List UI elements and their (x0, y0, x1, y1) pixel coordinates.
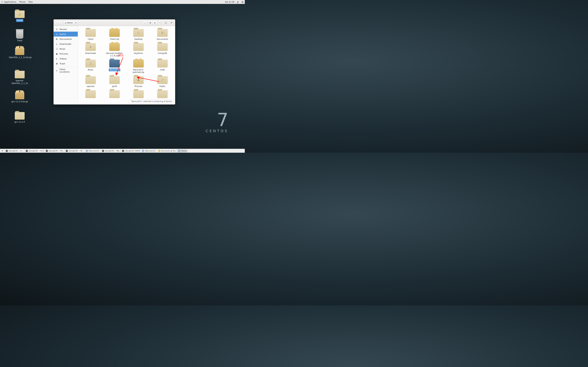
file-item-openssl[interactable]: openssl (79, 75, 102, 89)
desktop-icon-openssl-openssl-1-1-1s[interactable]: openssl-OpenSSL_1_1_1s (8, 71, 31, 85)
desktop-icon-label: Home (16, 19, 23, 22)
sidebar-icon: ◉ (56, 53, 58, 55)
file-item-ide-eval-resetter-2-1-6-zip[interactable]: ide-eval-resetter-2.1.6.zip (103, 42, 126, 58)
status-bar: "Navicat15" selected (containing 8 items… (129, 100, 174, 103)
file-grid[interactable]: ClientClient.zipDesktopDocumentsDownload… (78, 26, 175, 104)
svg-point-1 (2, 2, 2, 2)
task-label: [dev@192:~/Na... (105, 150, 120, 152)
task-label: [dev@192:~/Se... (49, 150, 64, 152)
desktop-icon-openssl-1-1-1s-tar-gz[interactable]: OpenSSL_1_1_1s.tar.gz (8, 48, 31, 59)
home-icon: ⌂ (65, 22, 66, 24)
file-label: Music (87, 68, 94, 71)
taskbar-task[interactable]: >[dev@192:~/W... (65, 149, 84, 152)
taskbar-task[interactable]: >[dev@192:~/Na... (101, 149, 120, 152)
sidebar-icon: ▸ (56, 58, 58, 60)
taskbar-task[interactable]: ▦[Navicat15] (85, 149, 100, 152)
grid-view-button[interactable]: ⊞ (148, 21, 152, 25)
file-item-navicat15-patched-zip[interactable]: Navicat15-patched.zip (127, 59, 150, 75)
menu-files[interactable]: Files (28, 1, 33, 3)
file-item-keystone[interactable]: keystone (127, 42, 150, 58)
file-label: Client.zip (109, 38, 120, 41)
taskbar-task[interactable]: >[dev@192:~/m... (5, 149, 24, 152)
nav-group: ‹ › (55, 21, 62, 25)
file-item-client-zip[interactable]: Client.zip (103, 28, 126, 42)
titlebar[interactable]: ‹ › ⌂ Home ▾ ⌕ ⊞ ≡ – □ ✕ (54, 19, 175, 26)
file-label: Desktop (134, 38, 143, 41)
sidebar-item-documents[interactable]: 🗎Documents (54, 37, 78, 42)
file-item-downloads[interactable]: Downloads (79, 42, 102, 58)
minimize-button[interactable]: – (158, 21, 163, 25)
file-item[interactable] (103, 90, 126, 100)
desktop-icon-gcc-11-2-0-tar-gz[interactable]: gcc-11.2.0.tar.gz (8, 92, 31, 103)
taskbar-task[interactable]: ▦Home (177, 149, 188, 152)
task-label: [Navicat15] (145, 150, 155, 152)
folder-icon (133, 90, 144, 98)
sidebar-label: Documents (60, 38, 72, 40)
list-view-button[interactable]: ≡ (152, 21, 157, 25)
file-item-public[interactable]: Public (151, 75, 174, 89)
desktop-icon-gcc-11-2-0[interactable]: gcc-11.2.0 (8, 112, 31, 124)
sidebar-item-videos[interactable]: ▸Videos (54, 56, 78, 61)
sidebar-item-other-locations[interactable]: +Other Locations (54, 68, 78, 73)
forward-button[interactable]: › (59, 21, 62, 25)
taskbar-task[interactable]: ◐[accounts @ Ga... (157, 149, 177, 152)
folder-icon (157, 76, 168, 84)
sidebar-item-trash[interactable]: 🗑Trash (54, 61, 78, 66)
file-item-client[interactable]: Client (79, 28, 102, 42)
sidebar-label: Downloads (60, 43, 71, 45)
desktop-icon-home[interactable]: Home (8, 10, 31, 22)
volume-icon[interactable]: 🔊 (237, 1, 239, 3)
file-item-documents[interactable]: Documents (151, 28, 174, 42)
folder-icon (109, 60, 120, 67)
task-label: Home (181, 150, 186, 152)
file-item-music[interactable]: Music (79, 59, 102, 75)
folder-icon (85, 90, 96, 98)
close-button[interactable]: ✕ (169, 21, 174, 25)
taskbar-task[interactable]: ▦[Navicat15] (141, 149, 156, 152)
file-item-pictures[interactable]: Pictures (127, 75, 150, 89)
power-icon[interactable]: ⏻ (242, 1, 243, 3)
taskbar-task[interactable]: >[dev@192:~/red... (25, 149, 44, 152)
sidebar-item-downloads[interactable]: ↓Downloads (54, 42, 78, 46)
file-label: Documents (156, 38, 169, 41)
desktop-icon-trash[interactable]: Trash (8, 30, 31, 42)
folder-icon (109, 76, 120, 84)
menu-places[interactable]: Places (19, 1, 26, 3)
file-item[interactable] (127, 90, 150, 100)
path-home-button[interactable]: ⌂ Home (63, 21, 74, 25)
sidebar-item-recent[interactable]: ◷Recent (54, 27, 78, 32)
menu-applications[interactable]: Applications (4, 1, 16, 3)
desktop-icon-label: gcc-11.2.0 (14, 121, 26, 124)
sidebar-label: Pictures (60, 53, 68, 55)
grid-icon: ⊞ (149, 22, 151, 24)
sidebar-item-music[interactable]: ♫Music (54, 46, 78, 51)
archive-icon (133, 60, 144, 67)
centos-name: CENTOS (206, 129, 228, 133)
file-item-node[interactable]: node (151, 59, 174, 75)
sidebar-icon: + (56, 69, 58, 72)
task-icon: ▦ (142, 150, 144, 152)
search-icon: ⌕ (144, 22, 146, 24)
file-label: Client (87, 38, 94, 41)
task-icon: ▦ (178, 150, 180, 152)
taskbar-task[interactable]: >[dev@192:/lib64] (121, 149, 140, 152)
taskbar-task[interactable]: >[dev@192:~/Se... (45, 149, 64, 152)
gnome-logo-icon (1, 1, 3, 3)
sidebar-item-pictures[interactable]: ◉Pictures (54, 51, 78, 56)
archive-icon (109, 43, 120, 51)
file-item-navicat15[interactable]: Navicat15 (103, 59, 126, 75)
file-item-perl5[interactable]: perl5 (103, 75, 126, 89)
search-button[interactable]: ⌕ (143, 21, 147, 25)
maximize-button[interactable]: □ (164, 21, 168, 25)
centos-version: 7 (206, 111, 228, 129)
file-item-desktop[interactable]: Desktop (127, 28, 150, 42)
sidebar-item-home[interactable]: ⌂Home (54, 32, 78, 37)
workspace-switcher[interactable]: ⊞ (1, 149, 4, 152)
back-button[interactable]: ‹ (55, 21, 59, 25)
top-panel: Applications Places Files Sat 22:46 🔊 ⏻ (0, 0, 245, 4)
path-dropdown-button[interactable]: ▾ (74, 21, 78, 25)
file-item[interactable] (79, 90, 102, 100)
file-item[interactable] (151, 90, 174, 100)
clock[interactable]: Sat 22:46 (225, 1, 234, 3)
file-item-mongodb[interactable]: mongodb (151, 42, 174, 58)
